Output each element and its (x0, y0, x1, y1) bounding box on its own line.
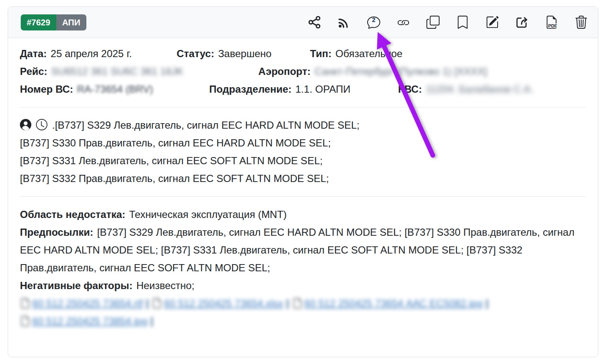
file-icon (292, 298, 303, 309)
info-date-label: Дата: (20, 48, 47, 59)
card-body: Дата:25 апреля 2025 г. Статус:Завершено … (8, 38, 598, 330)
info-flight-value-redacted: SU6512 361 SU6C 361 16JK (51, 66, 183, 77)
attachment-item: 60 512 250425 73654.xlsx (152, 298, 283, 309)
description-line-3: [B737] S331 Лев.двигатель, сигнал EEC SO… (20, 152, 586, 170)
file-icon (20, 298, 30, 309)
pdf-file-icon: PDF (545, 16, 558, 29)
info-date-value: 25 апреля 2025 г. (51, 48, 132, 59)
bookmark-button[interactable] (456, 16, 469, 29)
precursors-label: Предпосылки: (20, 226, 93, 238)
share-icon (308, 16, 321, 29)
card-header: #7629 АПИ 2 (8, 7, 598, 38)
badge-group: #7629 АПИ (21, 14, 86, 30)
description-line-1: .[B737] S329 Лев.двигатель, сигнал EEC H… (20, 116, 586, 134)
description-line-2: [B737] S330 Прав.двигатель, сигнал EEC H… (20, 134, 586, 152)
copy-icon (426, 16, 440, 29)
description-section: .[B737] S329 Лев.двигатель, сигнал EEC H… (20, 116, 586, 188)
export-share-icon (515, 16, 529, 29)
trash-icon (575, 16, 588, 29)
negative-factors-label: Негативные факторы: (20, 280, 133, 291)
attachment-separator: | (486, 298, 489, 309)
info-flight-label: Рейс: (20, 66, 47, 77)
link-icon (397, 16, 410, 29)
info-division-value: 1.1. ОРАПИ (296, 83, 351, 95)
share-button[interactable] (308, 16, 321, 29)
info-aircraft-label: Номер ВС: (20, 83, 73, 95)
info-flight: Рейс:SU6512 361 SU6C 361 16JK (20, 63, 258, 80)
description-line-4: [B737] S332 Прав.двигатель, сигнал EEC S… (20, 170, 586, 188)
rss-icon (338, 16, 351, 29)
info-type-label: Тип: (310, 48, 332, 59)
info-airport-label: Аэропорт: (258, 66, 310, 77)
author-person-icon (20, 119, 31, 130)
attachment-link-redacted[interactable]: 60 512 250425 73654 ААС ЕС5082.jpg (304, 298, 483, 309)
description-text-1: .[B737] S329 Лев.двигатель, сигнал EEC H… (52, 119, 360, 131)
comments-button[interactable]: 2 (367, 16, 380, 29)
pdf-button[interactable]: PDF (545, 16, 558, 29)
edit-button[interactable] (486, 16, 499, 29)
info-aircraft-value-redacted: RA-73654 (BRV) (77, 83, 153, 95)
copy-button[interactable] (426, 16, 440, 29)
negative-factors: Негативные факторы:Неизвестно; (20, 277, 586, 295)
delete-button[interactable] (575, 16, 588, 29)
info-row-2: Рейс:SU6512 361 SU6C 361 16JK Аэропорт:С… (20, 63, 586, 80)
comment-bubble-icon (367, 16, 380, 29)
info-airport: Аэропорт:Санкт-Петербург (Пулково 1) [XX… (258, 63, 487, 80)
info-status-value: Завершено (218, 48, 271, 59)
file-icon (20, 316, 30, 326)
file-icon (152, 298, 162, 309)
attachment-separator: | (146, 298, 149, 309)
rss-button[interactable] (338, 16, 351, 29)
precursors-value: [B737] S329 Лев.двигатель, сигнал EEC HA… (20, 226, 574, 273)
report-card: #7629 АПИ 2 (8, 6, 598, 357)
info-row-1: Дата:25 апреля 2025 г. Статус:Завершено … (20, 45, 586, 63)
attachments-list: 60 512 250425 73654.rtf|60 512 250425 73… (20, 295, 586, 330)
deficiency-area: Область недостатка:Техническая эксплуата… (20, 206, 586, 223)
attachment-separator: | (150, 315, 153, 327)
toolbar: 2 (308, 16, 588, 29)
info-division: Подразделение:1.1. ОРАПИ (209, 80, 398, 98)
info-row-3: Номер ВС:RA-73654 (BRV) Подразделение:1.… (20, 80, 586, 98)
svg-text:PDF: PDF (548, 24, 557, 28)
info-captain-value-redacted: 11204. Балабанов С.А. (426, 83, 533, 95)
details-section: Область недостатка:Техническая эксплуата… (20, 206, 586, 330)
attachment-link-redacted[interactable]: 60 512 250425 73854.jpg (32, 315, 147, 327)
info-status: Статус:Завершено (177, 45, 310, 63)
report-type-badge: АПИ (56, 14, 86, 30)
info-airport-value-redacted: Санкт-Петербург (Пулково 1) [XXXX] (314, 66, 487, 77)
section-divider (20, 196, 586, 197)
deficiency-area-label: Область недостатка: (20, 209, 125, 220)
attachment-link-redacted[interactable]: 60 512 250425 73654.xlsx (164, 298, 283, 309)
info-captain-label: КВС: (398, 83, 422, 95)
attachment-item: 60 512 250425 73654.rtf (20, 298, 143, 309)
time-clock-icon (36, 119, 47, 130)
attachment-separator: | (286, 298, 289, 309)
negative-factors-value: Неизвестно; (136, 280, 194, 291)
info-type: Тип:Обязательное (310, 45, 402, 63)
edit-pencil-icon (486, 16, 499, 29)
info-status-label: Статус: (177, 48, 214, 59)
info-division-label: Подразделение: (209, 83, 292, 95)
precursors: Предпосылки:[B737] S329 Лев.двигатель, с… (20, 223, 586, 277)
report-id-badge: #7629 (21, 14, 56, 30)
export-button[interactable] (515, 16, 529, 29)
info-aircraft: Номер ВС:RA-73654 (BRV) (20, 80, 209, 98)
bookmark-icon (456, 16, 469, 29)
info-date: Дата:25 апреля 2025 г. (20, 45, 177, 63)
attachment-item: 60 512 250425 73654 ААС ЕС5082.jpg (292, 298, 483, 309)
attachment-item: 60 512 250425 73854.jpg (20, 315, 147, 327)
attachment-link-redacted[interactable]: 60 512 250425 73654.rtf (32, 298, 143, 309)
info-type-value: Обязательное (335, 48, 402, 59)
section-divider (20, 107, 586, 108)
link-button[interactable] (397, 16, 410, 29)
info-captain: КВС:11204. Балабанов С.А. (398, 80, 533, 98)
deficiency-area-value: Техническая эксплуатация (MNT) (129, 209, 287, 220)
